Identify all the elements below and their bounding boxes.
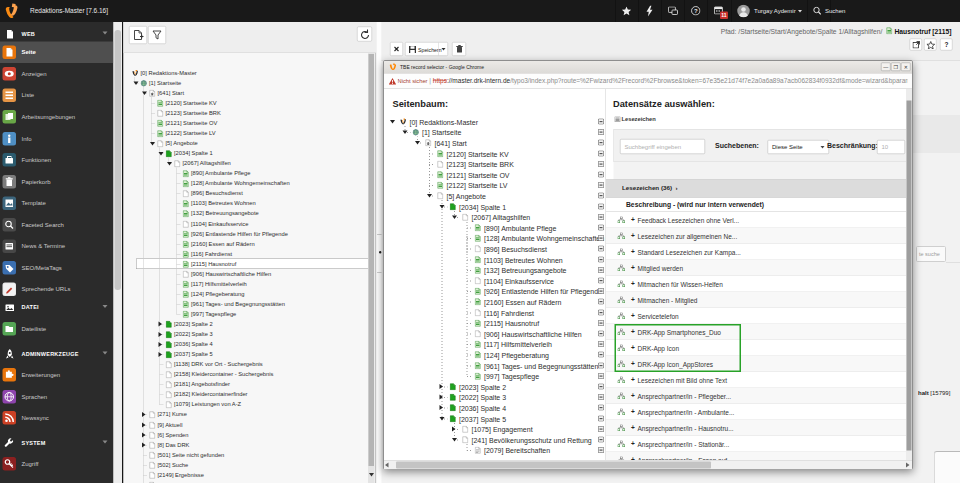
- svg-text:?: ?: [694, 8, 698, 14]
